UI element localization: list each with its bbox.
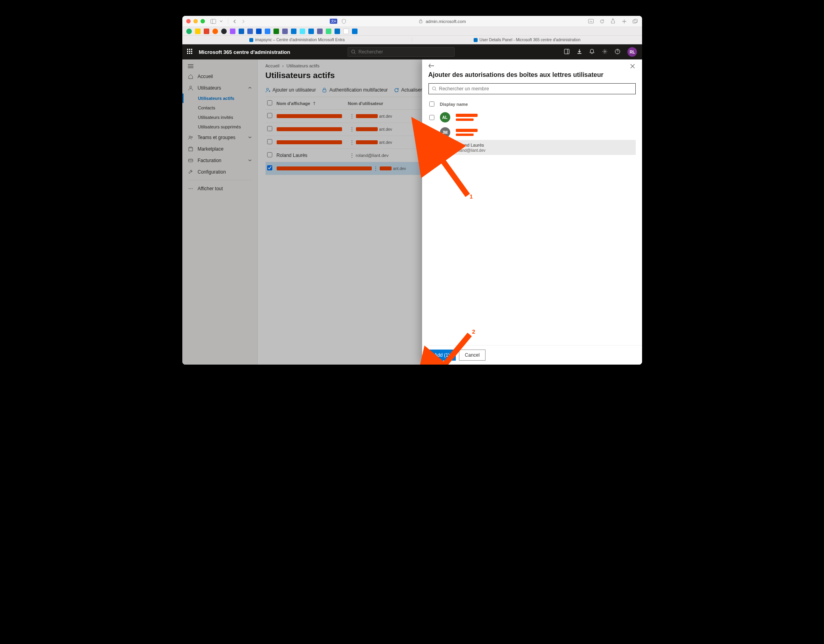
- browser-titlebar: 文A admin.microsoft.com Aa: [182, 16, 642, 27]
- svg-line-8: [354, 53, 356, 54]
- favicon-icon[interactable]: [230, 29, 235, 34]
- back-icon[interactable]: [232, 19, 238, 24]
- svg-rect-2: [419, 21, 422, 23]
- bell-icon[interactable]: [589, 49, 596, 55]
- member-row[interactable]: JM: [428, 125, 636, 140]
- search-icon: [351, 50, 356, 54]
- favicon-icon[interactable]: [239, 29, 244, 34]
- translate-badge-icon[interactable]: 文A: [330, 19, 337, 24]
- svg-rect-9: [564, 49, 569, 54]
- download-icon[interactable]: [577, 49, 583, 55]
- favicon-icon[interactable]: [282, 29, 288, 34]
- favicon-icon[interactable]: [221, 29, 227, 34]
- member-row[interactable]: AL: [428, 110, 636, 125]
- panel-close-icon[interactable]: [630, 64, 636, 69]
- favicon-icon[interactable]: [326, 29, 331, 34]
- svg-point-25: [432, 87, 436, 90]
- member-name: Roland Laurès: [456, 143, 486, 147]
- address-bar-url[interactable]: admin.microsoft.com: [426, 19, 466, 24]
- cancel-button[interactable]: Cancel: [459, 350, 486, 361]
- shield-icon[interactable]: [341, 19, 347, 24]
- favicon-icon[interactable]: [212, 29, 218, 34]
- tabs-icon[interactable]: [633, 19, 638, 24]
- svg-rect-5: [633, 20, 637, 23]
- global-search[interactable]: [348, 47, 455, 57]
- window-zoom-icon[interactable]: [201, 19, 205, 23]
- svg-rect-6: [634, 19, 638, 23]
- panel-column-display: Display name: [440, 102, 468, 107]
- panel-search[interactable]: [428, 83, 636, 94]
- svg-point-11: [604, 51, 606, 52]
- panel-title: Ajouter des autorisations des boîtes aux…: [422, 71, 642, 83]
- svg-line-26: [435, 90, 436, 91]
- search-icon: [432, 86, 437, 91]
- favicon-icon[interactable]: [273, 29, 279, 34]
- tab-favicon-icon: [474, 38, 478, 42]
- favicon-icon[interactable]: [247, 29, 253, 34]
- browser-tabs: imapsync – Centre d'administration Micro…: [182, 36, 642, 44]
- favicon-icon[interactable]: [291, 29, 296, 34]
- member-avatar: JM: [440, 127, 450, 138]
- bookmarks-bar: [182, 27, 642, 36]
- svg-text:Aa: Aa: [589, 20, 593, 23]
- favicon-icon[interactable]: [265, 29, 270, 34]
- member-checkbox[interactable]: [429, 130, 434, 135]
- tab-label: User Details Panel - Microsoft 365 centr…: [480, 38, 581, 42]
- app-launcher-icon[interactable]: [187, 49, 193, 55]
- search-input[interactable]: [358, 49, 451, 55]
- redacted-name: [456, 129, 478, 132]
- member-checkbox[interactable]: [429, 115, 434, 120]
- member-avatar: AL: [440, 112, 450, 122]
- window-close-icon[interactable]: [186, 19, 191, 23]
- redacted-email: [456, 118, 474, 121]
- favicon-icon[interactable]: [204, 29, 209, 34]
- panel-search-input[interactable]: [439, 86, 632, 92]
- browser-tab[interactable]: User Details Panel - Microsoft 365 centr…: [412, 38, 642, 42]
- redacted-email: [456, 134, 474, 136]
- add-button[interactable]: Add (1): [428, 350, 456, 361]
- panel-back-icon[interactable]: [428, 63, 435, 70]
- chevron-down-icon[interactable]: [218, 19, 224, 24]
- favicon-icon[interactable]: [195, 29, 201, 34]
- user-avatar[interactable]: RL: [627, 47, 637, 57]
- forward-icon[interactable]: [240, 19, 246, 24]
- favicon-icon[interactable]: [186, 29, 192, 34]
- tab-favicon-icon: [249, 38, 253, 42]
- member-checkbox[interactable]: [429, 145, 434, 150]
- app-brand: Microsoft 365 centre d'administration: [199, 49, 291, 55]
- sidebar-toggle-icon[interactable]: [210, 19, 216, 24]
- member-row[interactable]: RL Roland Laurès roland@liant.dev: [428, 140, 636, 155]
- favicon-icon[interactable]: [300, 29, 305, 34]
- help-icon[interactable]: [615, 49, 621, 55]
- app-header: Microsoft 365 centre d'administration RL: [182, 44, 642, 59]
- favicon-icon[interactable]: [256, 29, 262, 34]
- reader-icon[interactable]: Aa: [588, 19, 594, 24]
- svg-rect-0: [210, 19, 216, 23]
- favicon-icon[interactable]: [335, 29, 340, 34]
- member-avatar: RL: [440, 142, 450, 153]
- add-permissions-panel: Ajouter des autorisations des boîtes aux…: [422, 59, 642, 365]
- browser-tab[interactable]: imapsync – Centre d'administration Micro…: [182, 38, 413, 42]
- share-icon[interactable]: [610, 19, 616, 24]
- tab-label: imapsync – Centre d'administration Micro…: [255, 38, 345, 42]
- favicon-icon[interactable]: [308, 29, 314, 34]
- new-tab-icon[interactable]: [621, 19, 627, 24]
- member-email: roland@liant.dev: [456, 148, 486, 153]
- panel-select-all-checkbox[interactable]: [429, 101, 434, 107]
- lock-icon: [419, 19, 423, 23]
- redacted-name: [456, 114, 478, 117]
- gear-icon[interactable]: [602, 49, 608, 55]
- panel-icon[interactable]: [564, 49, 570, 55]
- favicon-icon[interactable]: [317, 29, 323, 34]
- svg-point-7: [352, 50, 355, 53]
- favicon-icon[interactable]: [352, 29, 358, 34]
- window-minimize-icon[interactable]: [193, 19, 198, 23]
- favicon-icon[interactable]: [343, 29, 349, 34]
- reload-icon[interactable]: [599, 19, 605, 24]
